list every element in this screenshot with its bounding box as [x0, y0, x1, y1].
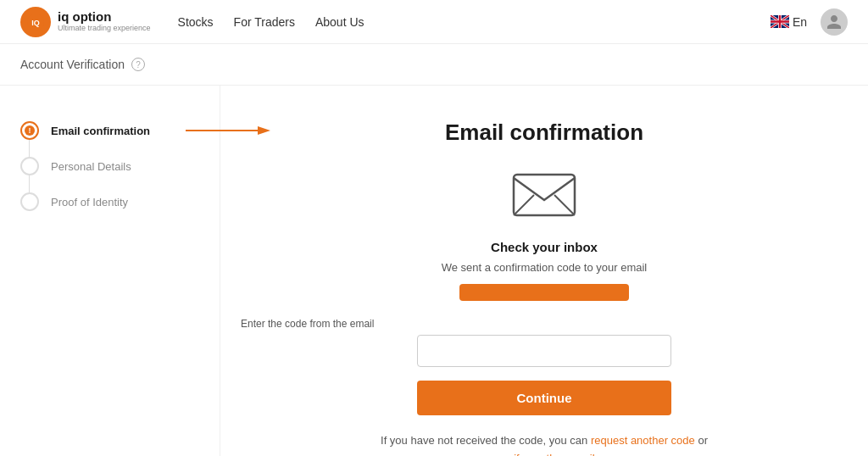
user-icon [826, 14, 843, 31]
main-layout: ! Email confirmation Personal Details [0, 86, 868, 456]
logo-icon: IQ [20, 7, 51, 37]
svg-rect-5 [514, 175, 575, 215]
step-circle-2 [20, 157, 39, 175]
svg-text:IQ: IQ [31, 19, 40, 27]
header-right: En [771, 8, 848, 36]
gb-flag-icon [771, 15, 789, 28]
request-another-code-link[interactable]: request another code [591, 434, 695, 447]
step-circle-1: ! [20, 121, 39, 140]
step-label-1: Email confirmation [51, 125, 150, 137]
specify-another-email-link[interactable]: specify another email. [491, 452, 598, 456]
logo-title: iq option [58, 10, 151, 25]
email-display-bar [459, 284, 629, 301]
envelope-icon [510, 170, 578, 223]
inbox-title: Check your inbox [491, 240, 598, 254]
step-email-confirmation[interactable]: ! Email confirmation [20, 113, 199, 148]
content-area: Email confirmation Check your inbox We s… [220, 86, 868, 456]
header: IQ iq option Ultimate trading experience… [0, 0, 868, 44]
code-input[interactable] [417, 335, 671, 367]
footer-note-prefix: If you have not received the code, you c… [381, 434, 587, 447]
nav-for-traders[interactable]: For Traders [234, 15, 295, 29]
lang-label: En [793, 15, 807, 29]
arrow-annotation [186, 122, 270, 139]
step-label-3: Proof of Identity [51, 196, 128, 209]
nav-stocks[interactable]: Stocks [178, 15, 214, 29]
language-selector[interactable]: En [771, 15, 807, 29]
arrow-icon [186, 122, 270, 139]
info-icon[interactable]: ? [131, 58, 145, 71]
svg-marker-4 [258, 126, 270, 135]
page-title: Email confirmation [445, 120, 643, 146]
logo[interactable]: IQ iq option Ultimate trading experience [20, 7, 151, 37]
nav-about-us[interactable]: About Us [315, 15, 364, 29]
step-proof-of-identity[interactable]: Proof of Identity [20, 184, 199, 220]
step-label-2: Personal Details [51, 160, 131, 173]
breadcrumb-text: Account Verification [20, 58, 125, 71]
logo-subtitle: Ultimate trading experience [58, 25, 151, 33]
breadcrumb: Account Verification ? [0, 44, 868, 86]
continue-button[interactable]: Continue [417, 381, 671, 415]
inbox-subtitle: We sent a confirmation code to your emai… [442, 261, 648, 274]
footer-or: or [698, 434, 708, 447]
sidebar: ! Email confirmation Personal Details [0, 86, 220, 456]
step-personal-details[interactable]: Personal Details [20, 148, 199, 184]
step-circle-3 [20, 192, 39, 211]
main-nav: Stocks For Traders About Us [178, 15, 364, 29]
step-active-dot: ! [25, 125, 35, 136]
logo-text: iq option Ultimate trading experience [58, 10, 151, 32]
steps-list: ! Email confirmation Personal Details [20, 113, 199, 220]
user-avatar[interactable] [821, 8, 848, 36]
header-left: IQ iq option Ultimate trading experience… [20, 7, 364, 37]
code-label: Enter the code from the email [241, 318, 495, 330]
footer-note: If you have not received the code, you c… [381, 432, 708, 456]
